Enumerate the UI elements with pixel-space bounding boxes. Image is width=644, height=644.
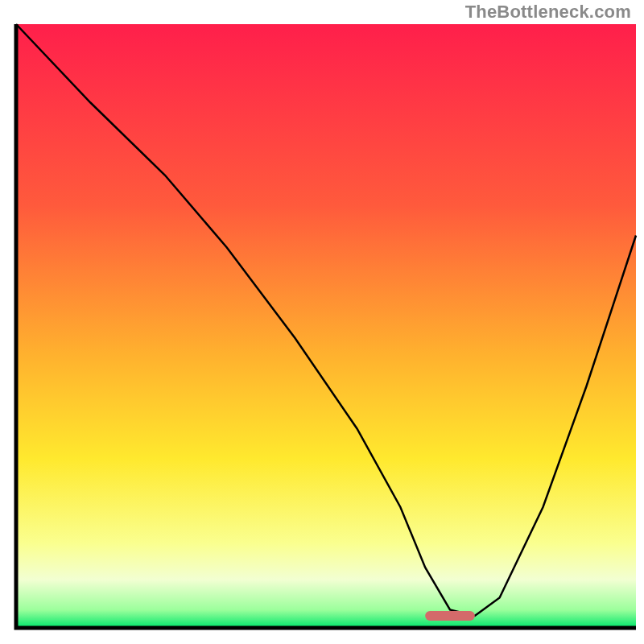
plot-background (16, 24, 636, 628)
watermark-text: TheBottleneck.com (465, 2, 631, 23)
chart-container: TheBottleneck.com (0, 0, 644, 644)
optimal-marker (425, 611, 475, 621)
bottleneck-chart (0, 0, 644, 644)
